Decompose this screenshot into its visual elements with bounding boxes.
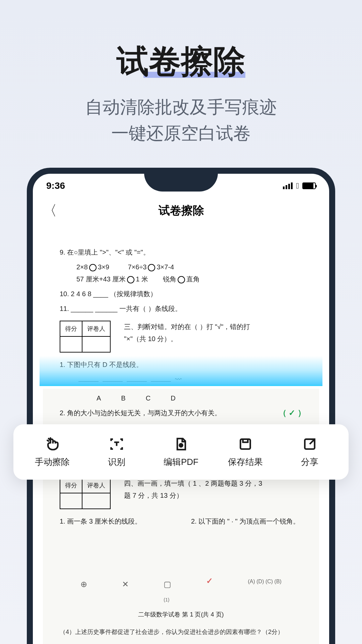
scan-line-effect: [40, 356, 322, 386]
footer-question: （4）上述历史事件都促进了社会进步，你认为促进社会进步的因素有哪些？（2分）: [60, 627, 302, 637]
manual-erase-button[interactable]: 手动擦除: [20, 436, 84, 468]
question-11: 11. ______ ______ 一共有（ ）条线段。: [60, 303, 312, 315]
save-result-button[interactable]: 保存结果: [213, 436, 278, 468]
status-time: 9:36: [46, 180, 65, 191]
share-button[interactable]: 分享: [278, 436, 342, 468]
pdf-icon: [149, 436, 213, 452]
svg-rect-1: [240, 439, 250, 449]
app-title: 试卷擦除: [57, 203, 306, 218]
hand-tap-icon: [20, 436, 84, 452]
check-mark-icon: （ ✓ ）: [279, 406, 306, 420]
answer-doodles: ⊕✕▢(1)✓(A) (D) (C) (B): [63, 577, 299, 606]
bottom-toolbar: 手动擦除 识别 编辑PDF 保存结果 分享: [13, 424, 349, 480]
score-table: 得分评卷人: [60, 321, 111, 353]
back-button[interactable]: 〈: [43, 201, 57, 220]
draw-question-2: 2. 以下面的 " · " 为顶点画一个锐角。: [191, 515, 312, 527]
red-check-icon: ✓: [206, 574, 213, 602]
phone-mockup: 9:36 􀙇 〈 试卷擦除 9. 在○里填上 ">"、"<" 或 "="。 2×…: [27, 168, 335, 644]
battery-icon: [302, 182, 316, 189]
section-4-title: 四、画一画，填一填（ 1 、2 两题每题 3 分，3 题 7 分，共 13 分）: [124, 477, 265, 501]
scan-text-icon: [84, 436, 149, 452]
edit-pdf-button[interactable]: 编辑PDF: [149, 436, 213, 468]
score-table-2: 得分评卷人: [60, 477, 111, 509]
tf-question-2: 2. 角的大小与边的长短无关，与两边叉开的大小有关。: [60, 407, 221, 419]
wifi-icon: 􀙇: [296, 181, 299, 191]
hero-section: 试卷擦除 自动清除批改及手写痕迹 一键还原空白试卷: [0, 0, 362, 146]
recognize-button[interactable]: 识别: [84, 436, 149, 468]
hero-title: 试卷擦除: [117, 40, 245, 84]
app-header: 〈 试卷擦除: [33, 195, 329, 227]
section-3-title: 三、判断对错。对的在（ ）打 "√"，错的打 "×"（共 10 分）。: [124, 321, 265, 345]
question-9: 9. 在○里填上 ">"、"<" 或 "="。: [60, 246, 312, 258]
share-icon: [278, 436, 342, 452]
page-number: 二年级数学试卷 第 1 页(共 4 页): [50, 609, 312, 620]
signal-icon: [283, 182, 293, 189]
question-10: 10. 2 4 6 8 ____ （按规律填数）: [60, 288, 312, 300]
phone-notch: [144, 173, 218, 192]
hero-subtitle: 自动清除批改及手写痕迹 一键还原空白试卷: [0, 94, 362, 146]
save-icon: [213, 436, 278, 452]
draw-question-1: 1. 画一条 3 厘米长的线段。: [60, 515, 181, 527]
